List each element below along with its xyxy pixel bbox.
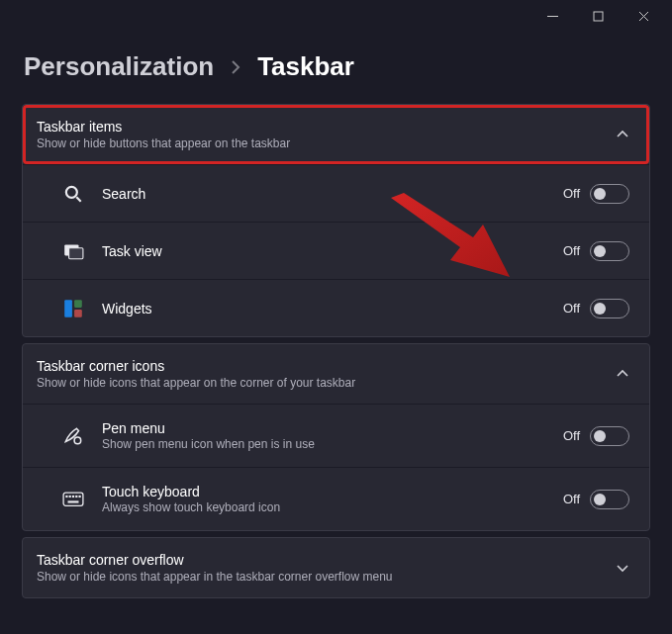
section-title: Taskbar items <box>37 119 290 135</box>
breadcrumb-current: Taskbar <box>257 51 354 82</box>
pen-icon <box>62 425 84 447</box>
section-header-corner-overflow[interactable]: Taskbar corner overflow Show or hide ico… <box>23 538 649 597</box>
breadcrumb-parent[interactable]: Personalization <box>24 51 214 82</box>
widgets-icon <box>62 298 84 319</box>
close-button[interactable] <box>621 0 666 32</box>
row-touch-keyboard: Touch keyboard Always show touch keyboar… <box>23 467 649 530</box>
svg-rect-18 <box>68 500 79 502</box>
toggle-task-view[interactable] <box>590 241 629 261</box>
row-label: Task view <box>102 243 162 259</box>
maximize-button[interactable] <box>575 0 621 32</box>
toggle-state: Off <box>563 428 580 443</box>
row-label: Search <box>102 186 145 202</box>
toggle-pen-menu[interactable] <box>590 426 629 446</box>
window-titlebar <box>0 0 672 32</box>
chevron-up-icon <box>616 128 629 141</box>
chevron-right-icon <box>228 59 243 75</box>
breadcrumb: Personalization Taskbar <box>0 32 672 104</box>
row-label: Pen menu <box>102 420 315 436</box>
chevron-up-icon <box>616 367 629 381</box>
keyboard-icon <box>62 489 84 510</box>
section-corner-overflow: Taskbar corner overflow Show or hide ico… <box>22 537 650 598</box>
svg-point-11 <box>74 437 81 444</box>
toggle-search[interactable] <box>590 184 629 204</box>
toggle-widgets[interactable] <box>590 299 629 318</box>
toggle-state: Off <box>563 243 580 258</box>
svg-rect-15 <box>72 496 74 498</box>
toggle-state: Off <box>563 301 580 316</box>
section-corner-icons: Taskbar corner icons Show or hide icons … <box>22 343 650 531</box>
svg-rect-13 <box>65 496 67 498</box>
row-widgets: Widgets Off <box>23 279 649 336</box>
section-title: Taskbar corner overflow <box>37 552 393 568</box>
svg-rect-16 <box>75 496 77 498</box>
svg-rect-8 <box>64 300 72 317</box>
section-header-corner-icons[interactable]: Taskbar corner icons Show or hide icons … <box>23 344 649 404</box>
svg-rect-10 <box>74 310 82 317</box>
svg-line-5 <box>76 197 80 201</box>
svg-rect-17 <box>78 496 80 498</box>
toggle-touch-keyboard[interactable] <box>590 490 629 509</box>
section-subtitle: Show or hide buttons that appear on the … <box>37 136 290 150</box>
row-sublabel: Always show touch keyboard icon <box>102 500 280 514</box>
section-header-taskbar-items[interactable]: Taskbar items Show or hide buttons that … <box>23 105 649 164</box>
row-pen-menu: Pen menu Show pen menu icon when pen is … <box>23 404 649 467</box>
row-label: Widgets <box>102 301 152 317</box>
toggle-state: Off <box>563 492 580 506</box>
svg-point-4 <box>66 186 77 197</box>
row-task-view: Task view Off <box>23 222 649 279</box>
svg-rect-12 <box>63 493 83 505</box>
task-view-icon <box>62 240 84 262</box>
section-subtitle: Show or hide icons that appear in the ta… <box>37 570 393 584</box>
row-sublabel: Show pen menu icon when pen is in use <box>102 437 315 451</box>
svg-rect-7 <box>69 247 83 258</box>
search-icon <box>62 183 84 205</box>
svg-rect-9 <box>74 300 82 308</box>
row-search: Search Off <box>23 164 649 222</box>
chevron-down-icon <box>616 561 629 575</box>
section-subtitle: Show or hide icons that appear on the co… <box>37 376 355 390</box>
svg-rect-1 <box>594 12 603 21</box>
toggle-state: Off <box>563 186 580 201</box>
svg-rect-14 <box>69 496 71 498</box>
row-label: Touch keyboard <box>102 484 280 499</box>
section-taskbar-items: Taskbar items Show or hide buttons that … <box>22 104 650 337</box>
minimize-button[interactable] <box>529 0 575 32</box>
section-title: Taskbar corner icons <box>37 358 355 374</box>
